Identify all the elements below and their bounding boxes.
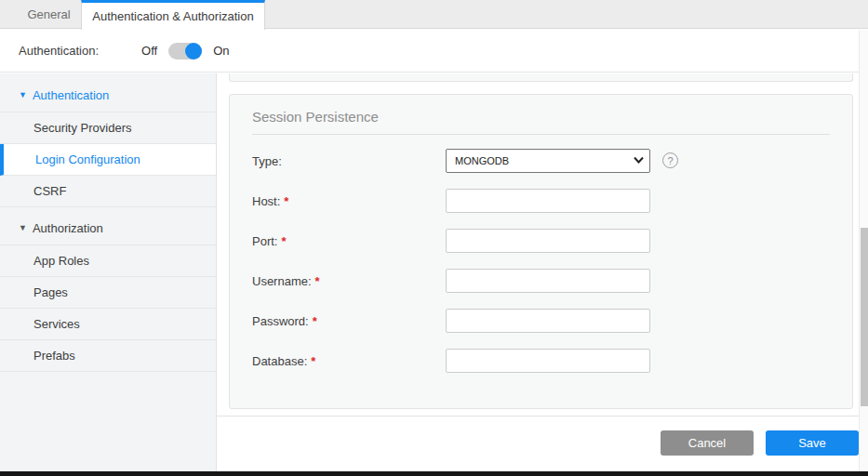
sidebar-section-label: Authorization [33,221,103,235]
database-field-wrap [446,349,650,373]
username-input[interactable] [446,269,650,293]
username-field-wrap [446,269,650,293]
settings-sidebar: ▼ Authentication Security Providers Logi… [0,73,217,471]
sidebar-section-authentication[interactable]: ▼ Authentication [0,78,216,112]
previous-card-bottom-edge [229,73,853,82]
required-asterisk: * [284,194,288,208]
sidebar-item-login-configuration[interactable]: Login Configuration [0,144,216,176]
field-label-text: Password: [252,314,309,328]
section-title: Session Persistence [252,109,379,125]
port-input[interactable] [446,229,650,253]
required-asterisk: * [311,354,315,368]
sidebar-item-security-providers[interactable]: Security Providers [0,112,216,144]
field-label-text: Port: [252,234,277,248]
host-field-wrap [446,189,650,213]
session-type-select[interactable]: MONGODB [446,149,650,173]
password-input[interactable] [446,309,650,333]
password-label: Password:* [252,314,317,328]
required-asterisk: * [281,234,286,248]
help-icon[interactable]: ? [662,152,678,168]
tab-authentication-authorization[interactable]: Authentication & Authorization [81,0,265,30]
port-label: Port:* [252,234,287,248]
scrollbar-thumb[interactable] [861,228,868,406]
username-label: Username:* [252,274,320,288]
field-label-text: Username: [252,274,312,288]
host-label: Host:* [252,194,288,208]
password-field-wrap [446,309,650,333]
sidebar-section-authorization[interactable]: ▼ Authorization [0,211,216,245]
collapse-arrow-icon: ▼ [19,90,27,99]
toggle-on-label: On [213,44,229,58]
toggle-knob [185,43,202,60]
toggle-off-label: Off [141,44,157,58]
database-label: Database:* [252,354,315,368]
session-type-select-wrap: MONGODB [446,149,650,173]
sidebar-item-services[interactable]: Services [0,309,216,340]
authentication-toggle-switch[interactable] [168,43,202,60]
vertical-scrollbar[interactable] [859,30,868,471]
sidebar-item-app-roles[interactable]: App Roles [0,245,216,277]
authentication-toggle-row: Authentication: Off On [0,30,868,73]
section-divider [252,134,830,135]
required-asterisk: * [313,314,317,328]
session-persistence-card: Session Persistence Type: MONGODB ? Host… [229,94,853,409]
sidebar-section-label: Authentication [33,88,109,102]
port-field-wrap [446,229,650,253]
type-label: Type: [252,154,286,168]
save-button[interactable]: Save [766,430,859,456]
sidebar-item-csrf[interactable]: CSRF [0,176,216,207]
cancel-button[interactable]: Cancel [661,430,754,456]
footer-divider [217,416,859,416]
host-input[interactable] [446,189,650,213]
bottom-bar [0,471,868,476]
collapse-arrow-icon: ▼ [19,223,27,232]
sidebar-item-prefabs[interactable]: Prefabs [0,340,216,372]
tab-general[interactable]: General [17,0,81,29]
field-label-text: Database: [252,354,307,368]
field-label-text: Type: [252,154,282,168]
tab-bar: General Authentication & Authorization [0,0,868,29]
authentication-toggle-label: Authentication: [19,44,99,58]
field-label-text: Host: [252,194,280,208]
sidebar-item-pages[interactable]: Pages [0,277,216,309]
required-asterisk: * [315,274,320,288]
database-input[interactable] [446,349,650,373]
